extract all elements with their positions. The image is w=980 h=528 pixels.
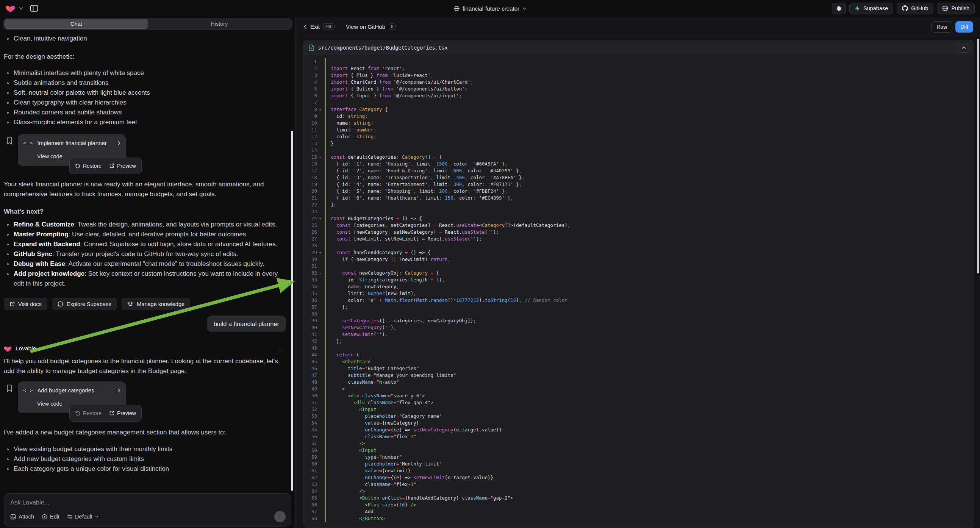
logo-chevron-down-icon[interactable]	[19, 7, 23, 10]
line-number: 13	[304, 140, 322, 147]
list-item: Expand with Backend: Connect Supabase to…	[4, 239, 286, 249]
code-line-text: { id: '6', name: 'Healthcare', limit: 15…	[325, 195, 974, 202]
code-line-text: limit: number;	[325, 127, 974, 133]
next-steps-list: Refine & Customize: Tweak the design, an…	[4, 220, 286, 289]
github-button[interactable]: GitHub	[897, 3, 934, 14]
code-line-text: subtitle="Manage your spending limits"	[325, 372, 974, 379]
raw-toggle-button[interactable]: Raw	[931, 21, 952, 33]
fold-chevron-icon[interactable]: ▾	[317, 270, 321, 277]
code-line: 39 setCategories([...categories, newCate…	[304, 317, 974, 324]
manage-knowledge-button[interactable]: Manage knowledge	[122, 298, 190, 310]
code-line: 13}	[304, 140, 974, 147]
line-number: 27	[304, 235, 322, 242]
bullet-dot	[7, 38, 9, 40]
code-line: 28	[304, 242, 974, 249]
code-line: 53 placeholder="Category name"	[304, 413, 974, 420]
supabase-button[interactable]: Supabase	[849, 3, 893, 14]
bullet-dot	[7, 112, 9, 114]
bullet-dot	[7, 253, 9, 255]
code-editor[interactable]: 12import React from 'react';3import { Pl…	[304, 55, 974, 528]
bookmark-icon[interactable]	[6, 137, 13, 166]
version-card-title: Implement financial planner	[37, 138, 107, 148]
publish-button[interactable]: Publish	[937, 3, 975, 14]
line-number: 25	[304, 222, 322, 229]
attach-button[interactable]: Attach	[10, 514, 34, 520]
tab-chat[interactable]: Chat	[5, 19, 148, 29]
fold-chevron-icon[interactable]: ▾	[317, 154, 321, 161]
bullet-dot	[7, 448, 9, 450]
view-on-github-button[interactable]: View on GitHub G	[346, 24, 396, 30]
line-number: 60	[304, 461, 322, 468]
bookmark-icon[interactable]	[6, 385, 13, 413]
g-keycap: G	[389, 24, 396, 30]
chat-message-list: Clean, intuitive navigation For the desi…	[0, 30, 295, 489]
list-item: Each category gets a unique color for vi…	[4, 464, 286, 474]
code-line: 65 <Button onClick={handleAddCategory} c…	[304, 495, 974, 501]
list-item: Subtle animations and transitions	[4, 78, 286, 88]
code-line-text: <div className="space-y-6">	[325, 393, 974, 399]
code-line: 18 { id: '3', name: 'Transportation', li…	[304, 174, 974, 181]
code-line-text: setCategories([...categories, newCategor…	[325, 317, 974, 324]
more-options-icon[interactable]: ...	[276, 344, 284, 353]
code-line-text: const [newCategory, setNewCategory] = Re…	[325, 229, 974, 235]
line-number: 21	[304, 195, 322, 202]
code-line: 24▾const BudgetCategories = () => {	[304, 215, 974, 222]
chat-scrollbar[interactable]	[291, 131, 293, 491]
line-number: 7	[304, 99, 322, 106]
code-line-text: { id: '3', name: 'Transportation', limit…	[325, 174, 974, 181]
line-number: 51	[304, 399, 322, 406]
bullet-dot	[7, 102, 9, 104]
line-number: 22	[304, 202, 322, 208]
code-line: 23	[304, 208, 974, 215]
code-line: 10 name: string;	[304, 120, 974, 127]
line-number: 42	[304, 338, 322, 345]
code-line: 21 { id: '6', name: 'Healthcare', limit:…	[304, 195, 974, 202]
code-scrollbar[interactable]	[977, 39, 979, 274]
chevron-right-icon	[118, 141, 121, 145]
code-line: 47 subtitle="Manage your spending limits…	[304, 372, 974, 379]
list-item: Rounded corners and subtle shadows	[4, 108, 286, 118]
line-number: 18	[304, 174, 322, 181]
line-number: 26	[304, 229, 322, 235]
code-line: 62 onChange={(e) => setNewLimit(e.target…	[304, 474, 974, 481]
send-button[interactable]: ↑	[274, 511, 286, 522]
code-line-text: type="number"	[325, 454, 974, 461]
fold-chevron-icon[interactable]: ▾	[317, 107, 321, 113]
mode-selector[interactable]: Default	[67, 514, 99, 520]
restore-button[interactable]: Restore	[72, 159, 105, 172]
tab-history[interactable]: History	[148, 19, 291, 29]
code-line: 35 limit: Number(newLimit),	[304, 290, 974, 297]
code-line-text: </Button>	[325, 515, 974, 522]
code-line-text: import React from 'react';	[325, 65, 974, 72]
version-toolbar: Restore Preview	[69, 405, 142, 421]
file-path-bar[interactable]: src/components/budget/BudgetCategories.t…	[304, 40, 974, 55]
preview-button[interactable]: Preview	[106, 407, 139, 420]
fold-chevron-icon[interactable]: ▾	[317, 250, 321, 256]
chevron-down-icon	[95, 515, 99, 518]
diff-toggle-button[interactable]: Diff	[955, 21, 973, 33]
code-line: 49 >	[304, 386, 974, 393]
preview-button[interactable]: Preview	[106, 159, 139, 172]
sidebar-toggle-icon[interactable]	[30, 5, 38, 12]
code-line-text: className="h-auto"	[325, 379, 974, 386]
code-line-text: <ChartCard	[325, 358, 974, 365]
line-number: 35	[304, 290, 322, 297]
publish-globe-icon	[942, 5, 948, 11]
collapse-file-button[interactable]	[958, 43, 969, 52]
fold-chevron-icon[interactable]: ▾	[317, 216, 321, 222]
exit-button[interactable]: Exit ESC	[304, 24, 334, 30]
edit-button[interactable]: Edit	[42, 514, 59, 520]
line-number: 65	[304, 495, 322, 501]
line-number: 41	[304, 331, 322, 338]
code-line-text: import { Input } from '@/components/ui/i…	[325, 92, 974, 99]
settings-button[interactable]	[832, 3, 846, 14]
code-line-text: value={newCategory}	[325, 420, 974, 426]
chat-input[interactable]	[10, 499, 286, 506]
assistant-message: I'll help you add budget categories to t…	[4, 356, 286, 376]
visit-docs-button[interactable]: Visit docs	[4, 298, 47, 310]
explore-supabase-button[interactable]: Explore Supabase	[52, 298, 118, 310]
lovable-logo-icon[interactable]	[5, 4, 15, 13]
restore-button[interactable]: Restore	[72, 407, 105, 420]
added-features-list: View existing budget categories with the…	[4, 444, 286, 474]
project-switcher[interactable]: financial-future-creator	[454, 0, 526, 17]
